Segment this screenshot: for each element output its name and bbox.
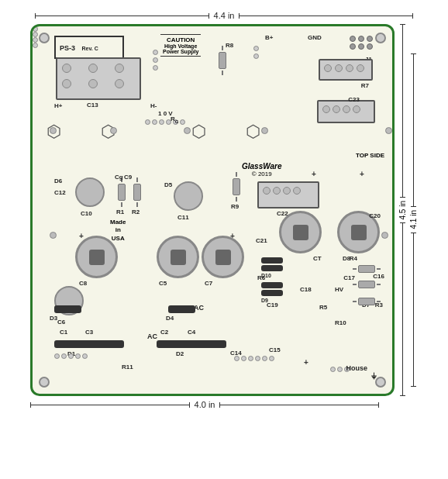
pcb-layout: 4.4 in PS-3 Rev. C CAUTION High Vol (15, 11, 433, 468)
c15-label: C15 (269, 346, 281, 353)
c10-label: C10 (81, 210, 92, 217)
r3-comp (353, 298, 381, 305)
copyright-label: © 2019 (242, 171, 282, 177)
r4-comp (353, 265, 381, 273)
caution-line2: High Voltage (163, 43, 198, 49)
hv-label: HV (335, 286, 343, 293)
c7-cap (202, 236, 244, 278)
d1-component (54, 340, 124, 348)
c20-label: C20 (369, 212, 381, 219)
bottom-pads-center (234, 356, 274, 361)
c8-label: C8 (79, 280, 87, 287)
c23-label: C23 (348, 96, 360, 103)
r7-component (319, 59, 373, 81)
c12-label: C12 (54, 189, 66, 196)
c6-label: C6 (57, 319, 65, 326)
caution-line1: CAUTION (163, 36, 198, 43)
c9-label: C9 (124, 174, 132, 181)
plus1: + (79, 232, 84, 240)
d6-label: D6 (54, 177, 62, 184)
r2-label: R2 (132, 208, 140, 215)
c2-label: C2 (160, 329, 168, 336)
c22-cap (279, 211, 322, 253)
sc6 (50, 232, 57, 239)
caution-line3: Power Supply (163, 49, 198, 54)
pcb-board: PS-3 Rev. C CAUTION High Voltage Power S… (30, 24, 395, 396)
r2-component (133, 177, 141, 207)
d5-label: D5 (164, 181, 172, 188)
r7-label: R7 (361, 82, 369, 89)
r10-label: R10 (335, 319, 346, 326)
arrow-right3: ⬡ (246, 123, 260, 140)
c16-label: C16 (373, 273, 384, 280)
ac-bottom-label: AC (147, 333, 157, 340)
c23-component (317, 100, 375, 123)
c3-label: C3 (85, 329, 93, 336)
c18-label: C18 (300, 286, 312, 293)
c11-label: C11 (177, 214, 189, 221)
r5-label: R5 (319, 304, 327, 311)
d4-label: D4 (166, 315, 174, 322)
right-dim-outer: 4.5 in (398, 198, 407, 222)
r8-label: R8 (226, 42, 233, 49)
hminus-label: H- (150, 102, 157, 109)
v10-label: 1 0 V (158, 110, 173, 117)
top-dimension: 4.4 in (209, 11, 240, 20)
via-array-top2 (253, 46, 259, 59)
d4-component (168, 305, 195, 313)
sc7 (381, 232, 388, 239)
j1-connector (350, 36, 373, 50)
via-3 (33, 37, 38, 43)
bottom-pads-left (54, 353, 88, 359)
mount-hole-tr (375, 33, 386, 43)
made-in-usa: Made in USA (110, 219, 126, 243)
mount-hole-tl (39, 33, 50, 43)
c5-label: C5 (159, 280, 167, 287)
c5-cap (157, 236, 199, 278)
c11-component (174, 181, 203, 211)
mount-hole-bl (39, 377, 50, 388)
house-label: House (346, 364, 367, 372)
cg-label: Cg (115, 174, 123, 181)
plus4: + (360, 170, 364, 178)
right-dim-inner: 4.1 in (409, 207, 418, 232)
plus3: + (312, 170, 316, 178)
board-title: PS-3 (60, 44, 75, 52)
r9-label: R9 (231, 203, 239, 210)
c19-label: C19 (267, 302, 278, 308)
d3-component (54, 305, 81, 313)
r11-label: R11 (122, 364, 133, 370)
c21-label: C21 (256, 237, 267, 244)
ct-label: CT (313, 255, 322, 262)
r1-label: R1 (116, 208, 124, 215)
c22-component (257, 181, 319, 208)
d9-area: D9 (261, 282, 283, 303)
r4-label: R4 (350, 255, 357, 262)
sc5 (385, 127, 392, 134)
c4-label: C4 (188, 329, 195, 336)
c8-cap (75, 236, 118, 278)
via-4 (33, 43, 38, 48)
mount-hole-br (375, 377, 386, 388)
sc4 (261, 127, 268, 134)
sc2 (110, 127, 117, 134)
center-via-row (145, 119, 185, 125)
brand-block: GlassWare © 2019 (242, 162, 282, 177)
bottom-dimension: 4.0 in (190, 400, 220, 409)
hplus-label: H+ (54, 102, 62, 109)
d3-label: D3 (50, 315, 57, 322)
r6-label: R6 (257, 274, 265, 281)
sc3 (184, 127, 191, 134)
c13-label: C13 (87, 102, 98, 109)
caution-block: CAUTION High Voltage Power Supply (160, 34, 201, 57)
c10-component (75, 177, 105, 207)
brand-label: GlassWare (242, 162, 282, 171)
d2-label: D2 (176, 350, 184, 357)
title-box: PS-3 Rev. C (54, 36, 124, 59)
c1-label: C1 (60, 329, 67, 336)
topside-label: TOP SIDE (356, 152, 384, 159)
plus-bottom: + (304, 358, 308, 367)
r8-component (219, 46, 226, 75)
via-array-top (153, 50, 158, 71)
d2-component (157, 340, 226, 348)
